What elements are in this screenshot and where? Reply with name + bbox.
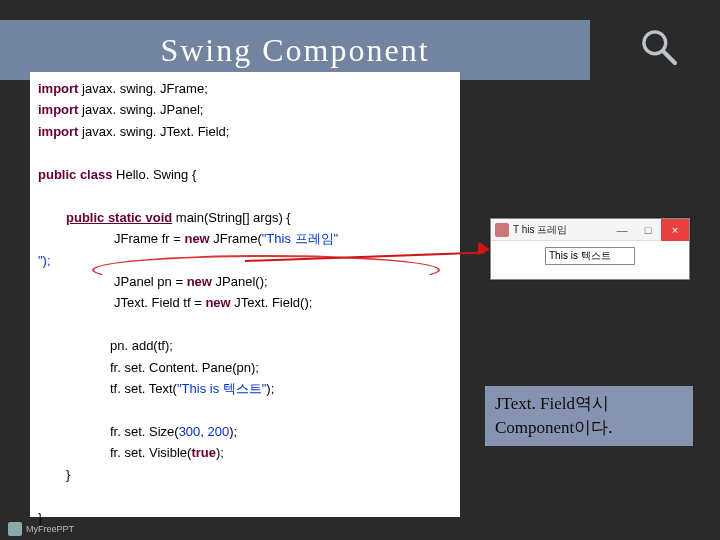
minimize-button[interactable]: — xyxy=(609,224,635,236)
code-text: Hello. Swing { xyxy=(112,167,196,182)
runtime-window: T his 프레임 — □ × xyxy=(490,218,690,280)
code-text: javax. swing. JText. Field; xyxy=(78,124,229,139)
code-text: ); xyxy=(216,445,224,460)
string-lit: "This is 텍스트" xyxy=(177,381,266,396)
code-text: JFrame fr = xyxy=(114,231,184,246)
keyword: new xyxy=(205,295,230,310)
code-listing: import javax. swing. JFrame; import java… xyxy=(30,72,460,517)
window-titlebar: T his 프레임 — □ × xyxy=(491,219,689,241)
code-text: , xyxy=(200,424,207,439)
keyword: new xyxy=(187,274,212,289)
code-text: "); xyxy=(38,253,51,268)
keyword: new xyxy=(184,231,209,246)
keyword: public static void xyxy=(66,210,172,225)
string-lit: "This 프레임" xyxy=(262,231,338,246)
magnifier-icon xyxy=(638,26,680,68)
close-button[interactable]: × xyxy=(661,219,689,241)
annotation-arrowhead xyxy=(477,242,490,257)
callout-line: JText. Field역시 xyxy=(495,392,683,416)
footer: MyFreePPT xyxy=(8,522,74,536)
slide-title: Swing Component xyxy=(160,32,429,69)
code-text: tf. set. Text( xyxy=(110,381,177,396)
callout-line: Component이다. xyxy=(495,416,683,440)
code-text: javax. swing. JPanel; xyxy=(78,102,203,117)
footer-text: MyFreePPT xyxy=(26,524,74,534)
code-text: JFrame( xyxy=(210,231,262,246)
window-body xyxy=(491,241,689,265)
text-field[interactable] xyxy=(545,247,635,265)
footer-logo-icon xyxy=(8,522,22,536)
window-title: T his 프레임 xyxy=(513,223,609,237)
code-text: JText. Field(); xyxy=(231,295,313,310)
keyword: import xyxy=(38,81,78,96)
code-text: JText. Field tf = xyxy=(114,295,205,310)
code-text: ); xyxy=(266,381,274,396)
title-banner: Swing Component xyxy=(0,20,590,80)
app-icon xyxy=(495,223,509,237)
number-lit: 200 xyxy=(208,424,230,439)
code-text: ); xyxy=(229,424,237,439)
keyword: public class xyxy=(38,167,112,182)
code-text: JPanel(); xyxy=(212,274,268,289)
code-text: JPanel pn = xyxy=(114,274,187,289)
svg-line-1 xyxy=(663,51,675,63)
code-text: fr. set. Content. Pane(pn); xyxy=(110,360,259,375)
code-text: javax. swing. JFrame; xyxy=(78,81,207,96)
keyword: import xyxy=(38,124,78,139)
keyword: import xyxy=(38,102,78,117)
number-lit: 300 xyxy=(179,424,201,439)
code-text: fr. set. Size( xyxy=(110,424,179,439)
code-text: main(String[] args) { xyxy=(172,210,291,225)
callout-box: JText. Field역시 Component이다. xyxy=(485,386,693,446)
maximize-button[interactable]: □ xyxy=(635,224,661,236)
code-text: pn. add(tf); xyxy=(110,338,173,353)
bool-lit: true xyxy=(191,445,216,460)
code-text: fr. set. Visible( xyxy=(110,445,191,460)
code-text: } xyxy=(66,467,70,482)
